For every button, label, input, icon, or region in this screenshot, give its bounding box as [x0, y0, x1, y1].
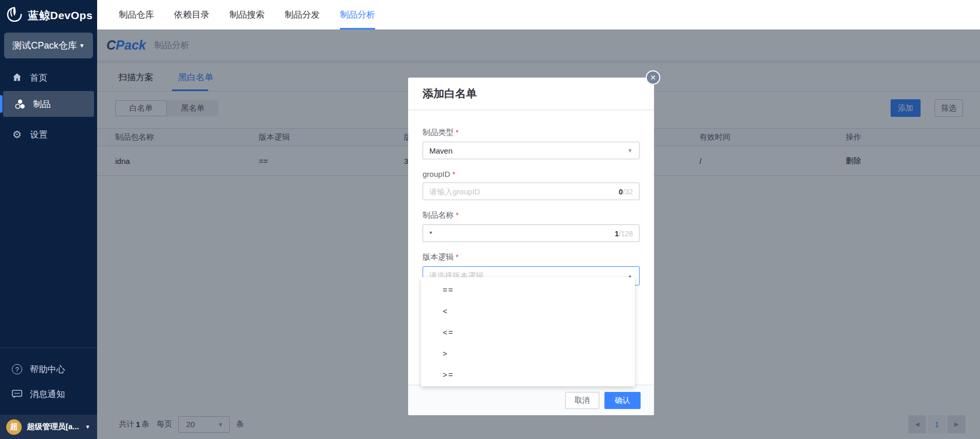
nav-item-search[interactable]: 制品搜索: [229, 0, 265, 29]
char-counter: 1/128: [615, 225, 633, 243]
sidebar-item-label: 首页: [30, 72, 48, 84]
group-id-input-wrap: 0/32: [423, 183, 640, 200]
message-icon: [11, 389, 23, 399]
nav-item-distribute[interactable]: 制品分发: [285, 0, 320, 29]
sidebar-item-settings[interactable]: ⚙ 设置: [0, 123, 97, 146]
sidebar: 蓝鲸DevOps 测试CPack仓库 ▼ 首页 制品 ⚙ 设置 ? 帮助中心: [0, 0, 97, 439]
repo-selector-label: 测试CPack仓库: [12, 39, 79, 52]
field-label: 制品类型*: [423, 128, 640, 138]
field-artifact-name: 制品名称* 1/128: [423, 210, 640, 242]
sidebar-item-label: 设置: [30, 129, 48, 141]
sidebar-item-label: 帮助中心: [30, 364, 65, 375]
char-counter: 0/32: [619, 183, 633, 201]
dialog-footer: 取消 确认: [408, 385, 654, 415]
sidebar-item-home[interactable]: 首页: [0, 66, 97, 89]
sidebar-item-artifact[interactable]: 制品: [3, 91, 94, 117]
close-icon[interactable]: ✕: [646, 70, 660, 85]
chevron-down-icon: ▼: [85, 424, 90, 430]
chevron-down-icon: ▼: [627, 147, 633, 154]
required-mark: *: [456, 210, 459, 219]
field-group-id: groupID* 0/32: [423, 170, 640, 200]
option-gte[interactable]: >=: [421, 364, 635, 385]
nav-item-analysis[interactable]: 制品分析: [340, 0, 375, 29]
version-logic-dropdown: == < <= > >=: [421, 277, 635, 386]
artifact-name-input-wrap: 1/128: [423, 224, 640, 242]
chevron-down-icon: ▼: [79, 42, 85, 49]
user-menu[interactable]: 超 超级管理员[a... ▼: [0, 415, 97, 439]
option-lt[interactable]: <: [421, 300, 635, 322]
nav-item-repo[interactable]: 制品仓库: [119, 0, 154, 29]
sidebar-item-label: 制品: [33, 98, 51, 110]
field-label: 制品名称*: [423, 210, 640, 220]
cancel-button[interactable]: 取消: [565, 392, 599, 409]
sidebar-item-help[interactable]: ? 帮助中心: [0, 358, 97, 381]
help-icon: ?: [11, 364, 23, 374]
required-mark: *: [456, 128, 459, 137]
option-lte[interactable]: <=: [421, 322, 635, 343]
artifact-type-select[interactable]: Maven ▼: [423, 142, 640, 159]
artifact-type-value: Maven: [429, 146, 453, 155]
field-label: groupID*: [423, 170, 640, 178]
dialog-title: 添加白名单: [408, 78, 654, 110]
confirm-button[interactable]: 确认: [604, 392, 641, 409]
repo-selector[interactable]: 测试CPack仓库 ▼: [4, 33, 93, 58]
option-gt[interactable]: >: [421, 343, 635, 364]
sidebar-item-label: 消息通知: [30, 388, 65, 400]
app-logo[interactable]: 蓝鲸DevOps: [4, 4, 92, 27]
option-eq[interactable]: ==: [421, 279, 635, 300]
field-label: 版本逻辑*: [423, 252, 640, 262]
artifact-name-input[interactable]: [423, 225, 639, 241]
top-navigation: 制品仓库 依赖目录 制品搜索 制品分发 制品分析: [97, 0, 980, 29]
gear-icon: ⚙: [11, 129, 23, 140]
blueking-whale-icon: [4, 4, 25, 27]
sidebar-active-indicator: [0, 95, 3, 113]
sidebar-divider: [0, 347, 97, 348]
group-id-input[interactable]: [423, 183, 639, 200]
required-mark: *: [452, 170, 455, 178]
user-name: 超级管理员[a...: [27, 422, 79, 432]
home-icon: [11, 72, 23, 83]
add-whitelist-dialog: ✕ 添加白名单 制品类型* Maven ▼ groupID* 0/32: [408, 78, 654, 415]
nav-item-dependency[interactable]: 依赖目录: [174, 0, 209, 29]
packages-icon: [14, 98, 26, 110]
dialog-body: 制品类型* Maven ▼ groupID* 0/32 制品名称*: [408, 110, 654, 285]
avatar: 超: [6, 419, 22, 435]
app-logo-text: 蓝鲸DevOps: [28, 8, 92, 23]
field-artifact-type: 制品类型* Maven ▼: [423, 128, 640, 159]
sidebar-item-notifications[interactable]: 消息通知: [0, 383, 97, 405]
required-mark: *: [456, 252, 459, 261]
